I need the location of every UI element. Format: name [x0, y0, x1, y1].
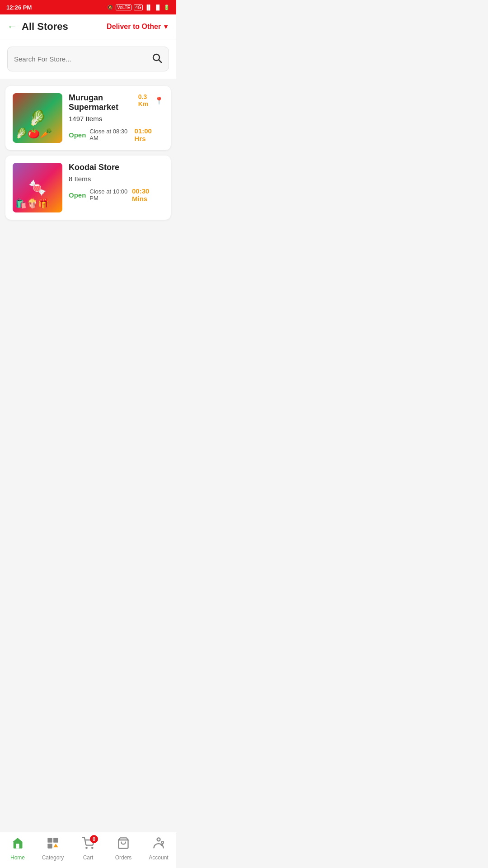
location-pin-murugan: 📍 — [155, 96, 164, 105]
volte-icon: VoLTE — [116, 5, 131, 10]
battery-icon: 🔋 — [164, 5, 170, 10]
chevron-down-icon: ▼ — [163, 23, 169, 30]
status-bar: 12:26 PM 🔕 VoLTE 4G ▐▌ ▐▌ 🔋 — [0, 0, 176, 14]
store-list: 🥬 Murugan Supermarket 0.3 Km 📍 1497 Item… — [0, 82, 176, 223]
search-box — [7, 47, 169, 71]
signal-icon-2: ▐▌ — [154, 5, 161, 10]
store-name-row-koodai: Koodai Store — [69, 163, 164, 172]
search-icon — [151, 52, 162, 66]
store-items-murugan: 1497 Items — [69, 115, 164, 123]
store-info-koodai: Koodai Store 8 Items Open Close at 10:00… — [69, 163, 164, 203]
store-card-koodai[interactable]: 🍬 Koodai Store 8 Items Open Close at 10:… — [5, 156, 171, 220]
deliver-to-button[interactable]: Deliver to Other ▼ — [107, 23, 169, 31]
store-name-koodai: Koodai Store — [69, 163, 119, 172]
network-4g-icon: 4G — [134, 5, 142, 10]
search-input[interactable] — [14, 55, 148, 63]
header-left: ← All Stores — [7, 21, 68, 33]
close-time-murugan: Close at 08:30 AM — [89, 128, 134, 142]
svg-line-1 — [159, 60, 162, 63]
deliver-to-label: Deliver to Other — [107, 23, 161, 31]
delivery-time-koodai: 00:30 Mins — [132, 187, 164, 203]
status-open-murugan: Open — [69, 131, 86, 139]
close-time-koodai: Close at 10:00 PM — [89, 188, 132, 202]
store-status-left-koodai: Open Close at 10:00 PM — [69, 188, 132, 202]
signal-icon: ▐▌ — [145, 5, 152, 10]
status-icons: 🔕 VoLTE 4G ▐▌ ▐▌ 🔋 — [107, 5, 170, 10]
header: ← All Stores Deliver to Other ▼ — [0, 14, 176, 39]
page-title: All Stores — [22, 21, 68, 33]
store-image-koodai: 🍬 — [13, 163, 62, 212]
delivery-time-murugan: 01:00 Hrs — [135, 127, 164, 142]
mute-icon: 🔕 — [107, 5, 113, 10]
store-name-row-murugan: Murugan Supermarket 0.3 Km 📍 — [69, 93, 164, 112]
back-button[interactable]: ← — [7, 21, 17, 33]
store-status-row-murugan: Open Close at 08:30 AM 01:00 Hrs — [69, 127, 164, 142]
status-time: 12:26 PM — [6, 4, 32, 11]
store-image-murugan: 🥬 — [13, 93, 62, 143]
store-card-murugan[interactable]: 🥬 Murugan Supermarket 0.3 Km 📍 1497 Item… — [5, 86, 171, 150]
store-status-left-murugan: Open Close at 08:30 AM — [69, 128, 135, 142]
store-info-murugan: Murugan Supermarket 0.3 Km 📍 1497 Items … — [69, 93, 164, 142]
store-distance-murugan: 0.3 Km 📍 — [138, 93, 164, 108]
store-items-koodai: 8 Items — [69, 175, 164, 183]
status-open-koodai: Open — [69, 191, 86, 199]
store-name-murugan: Murugan Supermarket — [69, 93, 138, 112]
store-status-row-koodai: Open Close at 10:00 PM 00:30 Mins — [69, 187, 164, 203]
search-container — [0, 39, 176, 79]
